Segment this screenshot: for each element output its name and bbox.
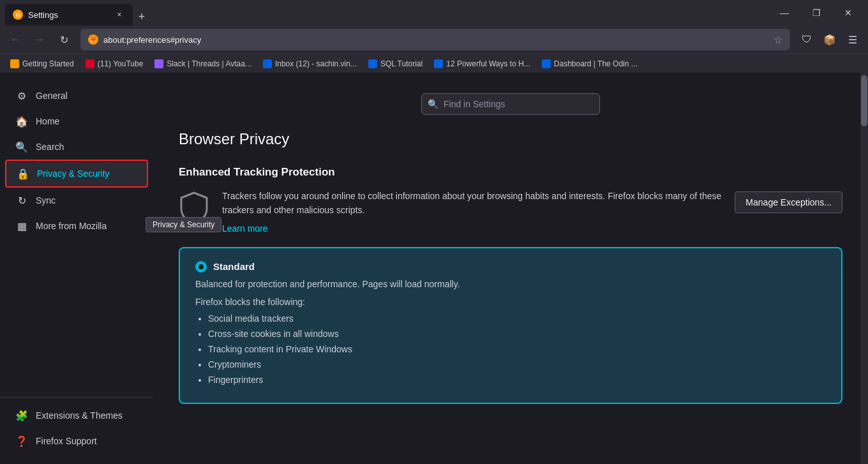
bookmark-label: SQL Tutorial xyxy=(380,59,423,68)
bookmark-favicon xyxy=(154,59,163,68)
scrollbar-thumb[interactable] xyxy=(861,75,867,126)
sidebar-spacer xyxy=(0,239,153,397)
list-item: Cryptominers xyxy=(208,359,826,370)
sidebar-item-search[interactable]: 🔍 Search xyxy=(5,134,148,160)
learn-more-link[interactable]: Learn more xyxy=(222,223,268,234)
refresh-button[interactable]: ↻ xyxy=(54,29,74,50)
home-icon: 🏠 xyxy=(15,115,28,128)
search-icon: 🔍 xyxy=(15,140,28,153)
lock-icon: 🔒 xyxy=(17,167,29,180)
sidebar-item-label: General xyxy=(36,91,68,101)
shield-toolbar-icon[interactable]: 🛡 xyxy=(797,29,817,50)
tab-title: Settings xyxy=(28,10,108,20)
window-controls: — ❐ ✕ xyxy=(770,3,863,23)
standard-sublabel: Balanced for protection and performance.… xyxy=(195,279,826,289)
nav-bar: ← → ↻ 🦊 about:preferences#privacy ☆ 🛡 📦 … xyxy=(0,26,868,54)
tab-close-btn[interactable]: × xyxy=(114,9,125,20)
bookmark-label: Inbox (12) - sachin.vin... xyxy=(275,59,357,68)
radio-circle-standard xyxy=(195,261,207,273)
bookmark-star-icon[interactable]: ☆ xyxy=(774,34,782,46)
sidebar-item-label: Search xyxy=(36,142,64,152)
bookmark-youtube[interactable]: (11) YouTube xyxy=(80,57,149,70)
shield-icon-wrap xyxy=(179,191,209,230)
list-item: Cross-site cookies in all windows xyxy=(208,329,826,339)
find-bar-area: 🔍 xyxy=(179,93,842,115)
sidebar-item-label: Privacy & Security xyxy=(37,168,110,179)
block-list: Social media trackers Cross-site cookies… xyxy=(195,313,826,385)
find-icon: 🔍 xyxy=(428,99,438,109)
etp-section: Trackers follow you around online to col… xyxy=(179,189,842,234)
mozilla-icon: ▦ xyxy=(15,220,28,232)
standard-radio-option[interactable]: Standard xyxy=(195,261,826,273)
find-bar-container: 🔍 xyxy=(421,93,600,115)
standard-radio-card[interactable]: Standard Balanced for protection and per… xyxy=(179,247,842,404)
back-button[interactable]: ← xyxy=(5,29,26,50)
support-icon: ❓ xyxy=(15,435,28,447)
sidebar-item-label: Firefox Support xyxy=(36,436,97,446)
radio-inner xyxy=(198,264,204,269)
sidebar-item-more-from-mozilla[interactable]: ▦ More from Mozilla xyxy=(5,213,148,239)
maximize-button[interactable]: ❐ xyxy=(802,3,831,23)
bookmark-inbox[interactable]: Inbox (12) - sachin.vin... xyxy=(258,57,362,70)
tab-favicon: ⚙ xyxy=(13,10,23,20)
extensions-icon: 🧩 xyxy=(15,409,28,422)
blocks-title: Firefox blocks the following: xyxy=(195,297,826,307)
url-bar[interactable]: 🦊 about:preferences#privacy ☆ xyxy=(80,29,790,50)
bookmark-getting-started[interactable]: Getting Started xyxy=(5,57,79,70)
bookmark-12ways[interactable]: 12 Powerful Ways to H... xyxy=(429,57,535,70)
main-area: ⚙ General 🏠 Home 🔍 Search 🔒 Privacy & Se… xyxy=(0,73,868,464)
content-area: 🔍 Browser Privacy Enhanced Tracking Prot… xyxy=(153,73,868,464)
bookmark-label: (11) YouTube xyxy=(98,59,144,68)
close-button[interactable]: ✕ xyxy=(834,3,863,23)
minimize-button[interactable]: — xyxy=(770,3,799,23)
bookmark-dashboard[interactable]: Dashboard | The Odin ... xyxy=(537,57,643,70)
url-favicon: 🦊 xyxy=(88,34,98,45)
toolbar-icons: 🛡 📦 ☰ xyxy=(797,29,863,50)
bookmark-favicon xyxy=(434,59,443,68)
sidebar-item-firefox-support[interactable]: ❓ Firefox Support xyxy=(5,428,148,454)
bookmark-favicon xyxy=(368,59,377,68)
list-item: Social media trackers xyxy=(208,313,826,324)
bookmarks-bar: Getting Started (11) YouTube Slack | Thr… xyxy=(0,54,868,73)
page-title: Browser Privacy xyxy=(179,130,842,148)
sidebar-item-privacy-security[interactable]: 🔒 Privacy & Security xyxy=(5,160,148,188)
bookmark-label: Slack | Threads | Avtaa... xyxy=(167,59,251,68)
tab-strip: ⚙ Settings × + xyxy=(5,0,765,26)
bookmark-label: Getting Started xyxy=(22,59,74,68)
sidebar-item-label: Extensions & Themes xyxy=(36,410,123,421)
sync-icon: ↻ xyxy=(15,194,28,207)
find-in-settings-input[interactable] xyxy=(421,93,600,115)
bookmark-favicon xyxy=(86,59,94,68)
scrollbar-track[interactable] xyxy=(860,73,868,464)
menu-icon[interactable]: ☰ xyxy=(842,29,863,50)
url-text: about:preferences#privacy xyxy=(103,35,768,45)
standard-label: Standard xyxy=(213,261,255,272)
general-icon: ⚙ xyxy=(15,89,28,102)
list-item: Tracking content in Private Windows xyxy=(208,344,826,354)
new-tab-button[interactable]: + xyxy=(133,8,151,26)
bookmark-favicon xyxy=(542,59,551,68)
bookmark-favicon xyxy=(263,59,272,68)
sidebar-bottom: 🧩 Extensions & Themes ❓ Firefox Support xyxy=(0,397,153,454)
etp-text: Trackers follow you around online to col… xyxy=(222,189,722,234)
bookmark-label: 12 Powerful Ways to H... xyxy=(446,59,530,68)
sidebar-item-general[interactable]: ⚙ General xyxy=(5,83,148,109)
sidebar-item-extensions-themes[interactable]: 🧩 Extensions & Themes xyxy=(5,403,148,428)
shield-icon xyxy=(179,191,209,227)
sidebar-item-label: Home xyxy=(36,116,59,126)
list-item: Fingerprinters xyxy=(208,375,826,385)
bookmark-favicon xyxy=(10,59,19,68)
bookmark-slack[interactable]: Slack | Threads | Avtaa... xyxy=(149,57,257,70)
forward-button[interactable]: → xyxy=(29,29,50,50)
sidebar-item-label: More from Mozilla xyxy=(36,221,107,231)
sidebar: ⚙ General 🏠 Home 🔍 Search 🔒 Privacy & Se… xyxy=(0,73,153,464)
etp-section-title: Enhanced Tracking Protection xyxy=(179,166,842,179)
sidebar-item-home[interactable]: 🏠 Home xyxy=(5,109,148,134)
manage-exceptions-button[interactable]: Manage Exceptions... xyxy=(735,191,842,213)
bookmark-sql[interactable]: SQL Tutorial xyxy=(363,57,428,70)
sidebar-item-label: Sync xyxy=(36,195,56,206)
settings-tab[interactable]: ⚙ Settings × xyxy=(5,4,133,26)
etp-description: Trackers follow you around online to col… xyxy=(222,189,722,218)
sidebar-item-sync[interactable]: ↻ Sync xyxy=(5,188,148,213)
container-icon[interactable]: 📦 xyxy=(819,29,840,50)
